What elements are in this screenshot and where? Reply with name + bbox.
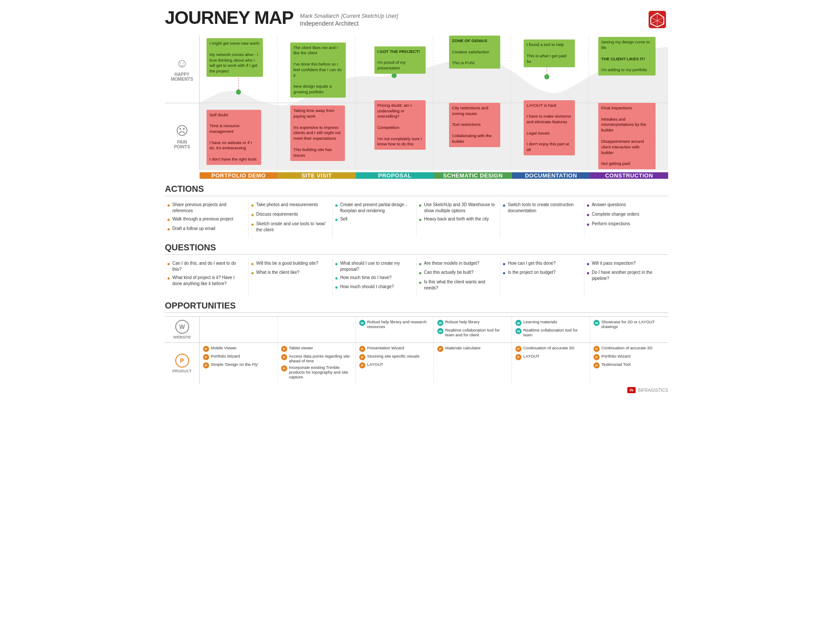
- p-badge: P: [359, 362, 365, 368]
- actions-title: ACTIONS: [165, 184, 668, 196]
- opportunities-section: OPPORTUNITIES W WEBSITE W Robust help li…: [165, 301, 668, 384]
- opp-item: P Tablet viewer: [281, 345, 352, 352]
- product-documentation: P Continuation of accurate 3D P LAYOUT: [512, 343, 590, 384]
- website-label: W WEBSITE: [165, 317, 200, 342]
- happy-label: HAPPYMOMENTS: [171, 72, 193, 82]
- phase-documentation: DOCUMENTATION: [512, 172, 590, 179]
- p-badge: P: [515, 354, 521, 360]
- product-row: P PRODUCT P Mobile Viewer P Portfolio Wi…: [165, 342, 668, 384]
- opp-item: P Portfolio Wizard: [594, 354, 665, 360]
- footer: iN INFRAGISTICS: [165, 387, 668, 393]
- opportunities-title: OPPORTUNITIES: [165, 301, 668, 313]
- question-item: ●Will it pass inspection?: [587, 260, 664, 268]
- action-item: ●Perform inspections: [587, 221, 664, 228]
- w-badge: W: [515, 328, 521, 334]
- p-badge: P: [515, 346, 521, 352]
- product-portfolio: P Mobile Viewer P Portfolio Wizard P Sim…: [200, 343, 278, 384]
- opp-item: W Robust help library: [437, 319, 508, 326]
- product-label-text: PRODUCT: [172, 369, 192, 373]
- questions-schematic: ●Are these models in budget? ●Can this a…: [416, 258, 500, 296]
- p-badge: P: [594, 362, 600, 368]
- opp-item: P Continuation of accurate 3D: [594, 345, 665, 352]
- actions-proposal: ●Create and present partial design - flo…: [333, 200, 416, 237]
- action-item: ●Create and present partial design - flo…: [335, 202, 412, 214]
- question-item: ●What kind of project is it? Have I done…: [167, 275, 244, 287]
- website-documentation: W Learning materials W Realtime collabor…: [512, 317, 590, 342]
- actions-site: ●Take photos and measurements ●Discuss r…: [249, 200, 332, 237]
- row-labels: ☺ HAPPYMOMENTS ☹ PAINPOINTS: [165, 36, 200, 170]
- persona-role: Independent Architect: [300, 20, 398, 27]
- opp-item: P Stunning site specific visuals: [359, 354, 430, 360]
- phase-schematic: SCHEMATIC DESIGN: [434, 172, 512, 179]
- header: JOURNEY MAP Mark Smallarch [Current Sket…: [165, 9, 668, 31]
- question-item: ●Is the project on budget?: [502, 269, 579, 277]
- question-item: ●How can I get this done?: [502, 260, 579, 268]
- header-subtitle: Mark Smallarch [Current SketchUp User] I…: [300, 9, 398, 27]
- questions-portfolio: ●Can I do this, and do I want to do this…: [165, 258, 249, 296]
- opp-item: P Continuation of accurate 3D: [515, 345, 586, 352]
- phase-construction: CONSTRUCTION: [590, 172, 668, 179]
- action-item: ●Switch tools to create construction doc…: [502, 202, 579, 214]
- product-site: P Tablet viewer P Access data points reg…: [278, 343, 356, 384]
- question-item: ●Will this be a good building site?: [251, 260, 328, 268]
- action-item: ●Heavy back and forth with the city: [419, 216, 495, 223]
- p-badge: P: [594, 354, 600, 360]
- questions-site: ●Will this be a good building site? ●Wha…: [249, 258, 332, 296]
- question-item: ●Can this actually be built?: [419, 269, 495, 277]
- page: { "header": { "title": "JOURNEY MAP", "n…: [152, 0, 681, 402]
- w-badge: W: [437, 328, 443, 334]
- actions-construction: ●Answer questions ●Complete change order…: [584, 200, 668, 237]
- action-item: ●Complete change orders: [587, 211, 664, 219]
- p-badge: P: [437, 346, 443, 352]
- action-item: ●Discuss requirements: [251, 211, 328, 219]
- infragistics-badge: iN: [627, 387, 636, 393]
- persona-name: Mark Smallarch [Current SketchUp User]: [300, 11, 398, 20]
- w-badge: W: [515, 320, 521, 326]
- question-item: ●Are these models in budget?: [419, 260, 495, 268]
- question-item: ●How much time do I have?: [335, 275, 412, 282]
- svg-point-14: [469, 56, 474, 61]
- p-badge: P: [281, 346, 287, 352]
- product-construction: P Continuation of accurate 3D P Portfoli…: [590, 343, 668, 384]
- action-item: ●Take photos and measurements: [251, 202, 328, 209]
- action-item: ●Share previous projects and references: [167, 202, 244, 214]
- page-title: JOURNEY MAP: [165, 9, 293, 27]
- phase-site: SITE VISIT: [278, 172, 356, 179]
- website-schematic: W Robust help library W Realtime collabo…: [434, 317, 512, 342]
- logo-area: [646, 9, 668, 31]
- question-item: ●What is the client like?: [251, 269, 328, 277]
- opp-item: P Testimonial Tool: [594, 362, 665, 368]
- pain-points-label: ☹ PAINPOINTS: [165, 103, 200, 171]
- infragistics-text: INFRAGISTICS: [638, 388, 668, 393]
- p-badge: P: [594, 346, 600, 352]
- questions-construction: ●Will it pass inspection? ●Do I have ano…: [584, 258, 668, 296]
- svg-point-12: [314, 92, 319, 97]
- opp-item: W Realtime collaboration tool for team: [515, 328, 586, 337]
- opp-item: P Portfolio Wizard: [203, 354, 274, 360]
- w-badge: W: [437, 320, 443, 326]
- website-construction: W Showcase for 2D or LAYOUT drawings: [590, 317, 668, 342]
- sad-icon: ☹: [176, 124, 188, 138]
- phase-proposal: PROPOSAL: [356, 172, 434, 179]
- questions-section: QUESTIONS ●Can I do this, and do I want …: [165, 243, 668, 296]
- website-label-text: WEBSITE: [173, 335, 191, 339]
- actions-section: ACTIONS ●Share previous projects and ref…: [165, 184, 668, 237]
- actions-documentation: ●Switch tools to create construction doc…: [500, 200, 584, 237]
- svg-point-13: [392, 73, 397, 78]
- p-badge: P: [359, 346, 365, 352]
- happy-icon: ☺: [176, 56, 188, 70]
- product-schematic: P Materials calculator: [434, 343, 512, 384]
- questions-documentation: ●How can I get this done? ●Is the projec…: [500, 258, 584, 296]
- questions-proposal: ●What should I use to create my proposal…: [333, 258, 416, 296]
- w-badge: W: [594, 320, 600, 326]
- action-item: ●Draft a follow up email: [167, 226, 244, 233]
- website-proposal: W Robust help library and research resou…: [356, 317, 434, 342]
- website-portfolio: [200, 317, 278, 342]
- action-item: ●Walk through a previous project: [167, 216, 244, 223]
- opp-item: W Learning materials: [515, 319, 586, 326]
- actions-grid: ●Share previous projects and references …: [165, 200, 668, 237]
- opp-item: P Presentation Wizard: [359, 345, 430, 352]
- journey-curve-svg: [200, 36, 668, 170]
- opp-item: W Realtime collaboration tool for team a…: [437, 328, 508, 337]
- journey-chart: ☺ HAPPYMOMENTS ☹ PAINPOINTS: [165, 36, 668, 170]
